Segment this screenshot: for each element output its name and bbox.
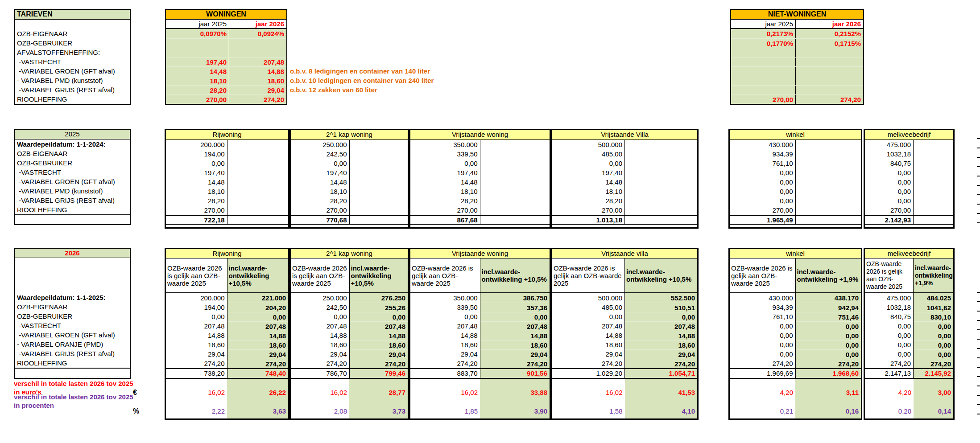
pct-diff-b[interactable]: 3,90: [480, 406, 550, 416]
value-cell-a[interactable]: 0,00: [291, 312, 350, 321]
empty-cell[interactable]: [914, 187, 953, 196]
value-cell-a[interactable]: 29,04: [552, 349, 625, 359]
empty-cell[interactable]: [350, 196, 408, 205]
value-2025-cell[interactable]: 0,1770%: [731, 39, 796, 48]
tarieven-row-label[interactable]: -VARIABEL GROEN (GFT afval): [15, 66, 130, 76]
euro-diff-b[interactable]: 33,88: [480, 388, 550, 397]
value-cell[interactable]: 14,48: [291, 177, 350, 187]
value-cell-a[interactable]: 14,88: [291, 331, 350, 340]
value-cell-a[interactable]: 0,00: [865, 349, 914, 359]
empty-cell[interactable]: [350, 159, 408, 168]
value-cell-b[interactable]: 274,20: [914, 359, 953, 368]
tarieven-row-label[interactable]: -VARIABEL GRIJS (REST afval): [15, 85, 130, 94]
empty-cell[interactable]: [796, 177, 861, 187]
value-cell-a[interactable]: 29,04: [410, 349, 480, 359]
value-cell[interactable]: 197,40: [552, 168, 625, 177]
value-cell[interactable]: 339,50: [410, 149, 480, 159]
value-cell-b[interactable]: 0,00: [227, 312, 289, 321]
value-cell-b[interactable]: 0,00: [625, 312, 697, 321]
empty-cell[interactable]: [625, 149, 697, 159]
empty-cell[interactable]: [480, 168, 550, 177]
pct-diff-a[interactable]: 1,85: [410, 406, 480, 416]
empty-cell[interactable]: [227, 187, 289, 196]
value-cell[interactable]: 270,00: [865, 205, 914, 215]
pct-diff-a[interactable]: 0,21: [730, 406, 795, 416]
empty-cell[interactable]: [480, 149, 550, 159]
tarieven-row-label[interactable]: OZB-GEBRUIKER: [15, 38, 130, 48]
empty-cell[interactable]: [625, 187, 697, 196]
empty-cell[interactable]: [914, 196, 953, 205]
empty-cell[interactable]: [796, 159, 861, 168]
value-2026-cell[interactable]: [229, 48, 286, 57]
pct-diff-b[interactable]: 0,16: [795, 406, 861, 416]
total-cell-b[interactable]: 799,46: [350, 369, 408, 378]
total-cell-b[interactable]: 2.145,92: [914, 369, 953, 378]
total-cell[interactable]: 2.142,93: [865, 216, 914, 224]
value-cell-a[interactable]: 18,60: [410, 340, 480, 349]
value-2026-cell[interactable]: 0,1715%: [796, 39, 863, 48]
value-cell[interactable]: 0,00: [730, 177, 796, 187]
value-2026-cell[interactable]: [229, 39, 286, 48]
pct-diff-a[interactable]: 2,22: [166, 406, 227, 416]
value-cell-a[interactable]: 0,00: [730, 340, 796, 349]
value-cell-b[interactable]: 1041,62: [914, 303, 953, 312]
euro-diff-a[interactable]: 4,20: [865, 388, 914, 397]
value-cell[interactable]: 0,00: [291, 159, 350, 168]
value-cell-b[interactable]: 274,20: [625, 359, 697, 368]
value-cell[interactable]: 197,40: [291, 168, 350, 177]
value-cell-b[interactable]: 484.025: [914, 293, 953, 303]
value-2026-cell[interactable]: 14,88: [229, 67, 286, 76]
value-cell-a[interactable]: 18,60: [291, 340, 350, 349]
value-cell[interactable]: 0,00: [730, 187, 796, 196]
value-cell-a[interactable]: 0,00: [166, 312, 227, 321]
value-cell-b[interactable]: 29,04: [350, 349, 408, 359]
value-cell-b[interactable]: 29,04: [480, 349, 550, 359]
tarieven-row-label[interactable]: [15, 20, 130, 29]
empty-cell[interactable]: [350, 140, 408, 149]
value-cell-a[interactable]: 840,75: [865, 312, 914, 321]
value-2025-cell[interactable]: 270,00: [166, 95, 229, 104]
value-cell[interactable]: 14,48: [166, 177, 227, 187]
value-cell-b[interactable]: 0,00: [796, 349, 861, 359]
tarieven-row-label[interactable]: OZB-EIGENAAR: [15, 29, 130, 38]
empty-cell[interactable]: [350, 177, 408, 187]
value-cell-b[interactable]: 14,88: [227, 331, 289, 340]
total-cell[interactable]: 867,68: [410, 216, 480, 224]
total-cell[interactable]: 770,68: [291, 216, 350, 224]
value-cell-b[interactable]: 207,48: [480, 321, 550, 331]
value-cell-b[interactable]: 0,00: [914, 321, 953, 331]
empty-cell[interactable]: [227, 216, 289, 224]
value-cell-a[interactable]: 0,00: [730, 331, 796, 340]
empty-cell[interactable]: [914, 140, 953, 149]
empty-cell[interactable]: [480, 140, 550, 149]
value-cell-a[interactable]: 500.000: [552, 293, 625, 303]
value-cell-a[interactable]: 29,04: [291, 349, 350, 359]
value-cell[interactable]: 28,20: [552, 196, 625, 205]
empty-cell[interactable]: [480, 159, 550, 168]
value-cell[interactable]: 0,00: [410, 159, 480, 168]
value-cell-b[interactable]: 552.500: [625, 293, 697, 303]
value-cell-a[interactable]: 14,88: [166, 331, 227, 340]
value-cell-a[interactable]: 14,88: [552, 331, 625, 340]
value-cell-a[interactable]: 207,48: [410, 321, 480, 331]
value-cell[interactable]: 270,00: [291, 205, 350, 215]
value-cell[interactable]: 1032,18: [865, 149, 914, 159]
value-cell-a[interactable]: 0,00: [410, 312, 480, 321]
empty-cell[interactable]: [227, 149, 289, 159]
value-cell[interactable]: 430.000: [730, 140, 796, 149]
empty-cell[interactable]: [227, 168, 289, 177]
value-cell[interactable]: 0,00: [865, 168, 914, 177]
value-2026-cell[interactable]: 207,48: [229, 57, 286, 66]
value-cell-a[interactable]: 274,20: [865, 359, 914, 368]
value-cell-a[interactable]: 274,20: [410, 359, 480, 368]
value-cell-a[interactable]: 274,20: [730, 359, 796, 368]
empty-cell[interactable]: [625, 205, 697, 215]
empty-cell[interactable]: [914, 168, 953, 177]
value-cell-b[interactable]: 942,94: [796, 303, 861, 312]
value-cell[interactable]: 475.000: [865, 140, 914, 149]
value-cell-b[interactable]: 274,20: [480, 359, 550, 368]
total-cell-b[interactable]: 748,40: [227, 369, 289, 378]
value-cell-b[interactable]: 274,20: [350, 359, 408, 368]
euro-diff-b[interactable]: 26,22: [227, 388, 288, 397]
pct-diff-a[interactable]: 0,20: [865, 406, 914, 416]
